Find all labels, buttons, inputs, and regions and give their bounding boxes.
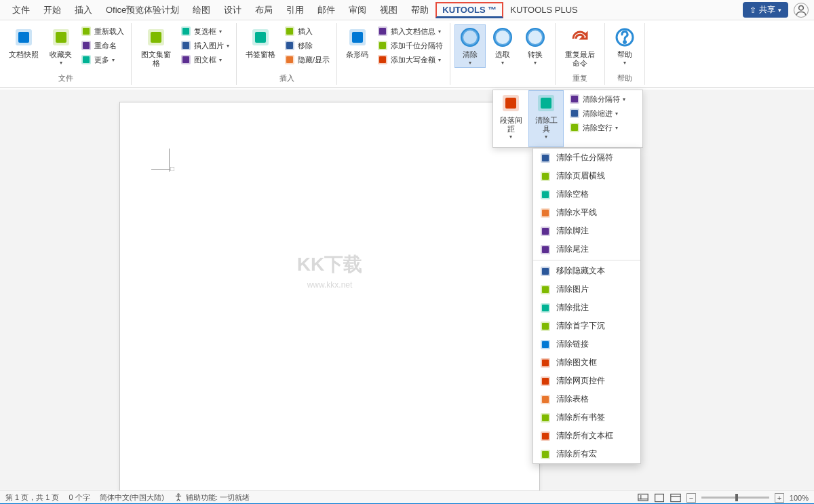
dropdown-item[interactable]: 清除页眉横线 (533, 167, 640, 185)
user-avatar[interactable] (794, 3, 809, 18)
menu-tab[interactable]: 文件 (5, 1, 37, 19)
ribbon-small-button[interactable]: 更多▾ (78, 53, 127, 66)
subpopup-small-label: 清除分隔符 (583, 94, 620, 104)
ribbon-group-title: 重复 (560, 73, 600, 83)
subpopup-small-button[interactable]: 清除分隔符▾ (566, 92, 640, 106)
帮助-icon (614, 26, 636, 48)
menu-tab[interactable]: 开始 (37, 1, 68, 19)
menu-tab[interactable]: KUTOOLS PLUS (503, 2, 584, 18)
复选框-icon (180, 26, 191, 37)
status-page[interactable]: 第 1 页，共 1 页 (5, 492, 59, 503)
ribbon-button[interactable]: 清除▾ (454, 24, 486, 68)
dropdown-item-label: 清除页眉横线 (556, 170, 605, 182)
menu-tab[interactable]: 设计 (217, 1, 248, 19)
dropdown-item[interactable]: 清除链接 (533, 335, 640, 353)
menu-tab[interactable]: 布局 (248, 1, 279, 19)
chevron-down-icon: ▾ (438, 28, 441, 35)
ribbon-button[interactable]: 转换▾ (520, 24, 551, 68)
menu-tab[interactable]: 绘图 (186, 1, 217, 19)
subpopup-big-label: 清除工具 (533, 116, 559, 133)
ribbon-button[interactable]: 帮助▾ (609, 24, 640, 68)
focus-mode-button[interactable] (638, 493, 648, 503)
zoom-level[interactable]: 100% (790, 494, 809, 502)
移除隐藏文本-icon (540, 266, 551, 277)
ribbon-small-button[interactable]: 插入图片▾ (178, 39, 232, 52)
ribbon-button[interactable]: 重复最后命令 (560, 24, 600, 69)
dropdown-item[interactable]: 清除水平线 (533, 203, 640, 222)
dropdown-item[interactable]: 清除图文框 (533, 353, 640, 372)
清除表格-icon (540, 394, 551, 405)
dropdown-item[interactable]: 清除所有文本框 (533, 427, 640, 445)
menu-tab[interactable]: 引用 (279, 1, 311, 19)
menu-tab[interactable]: KUTOOLS ™ (435, 2, 503, 18)
ribbon-button-label: 帮助 (617, 50, 632, 59)
dropdown-item[interactable]: 清除所有书签 (533, 408, 640, 427)
dropdown-item[interactable]: 清除脚注 (533, 222, 640, 240)
menu-tab[interactable]: 审阅 (342, 1, 373, 19)
ribbon-small-button[interactable]: 重新载入 (78, 24, 127, 38)
ribbon-small-button[interactable]: 插入 (282, 24, 332, 38)
menu-tab[interactable]: 邮件 (311, 1, 342, 19)
svg-rect-46 (541, 98, 551, 109)
ribbon-small-button[interactable]: 添加大写金额▾ (374, 53, 446, 66)
menu-items: 文件开始插入Ofice预览体验计划绘图设计布局引用邮件审阅视图帮助KUTOOLS… (5, 1, 585, 19)
svg-rect-48 (571, 96, 578, 102)
ribbon-small-button[interactable]: 添加千位分隔符 (374, 39, 446, 52)
document-page[interactable]: □ KK下载 www.kkx.net (119, 102, 540, 495)
subpopup-small-button[interactable]: 清除空行▾ (566, 121, 640, 134)
menu-tab[interactable]: 视图 (373, 1, 404, 19)
status-accessibility[interactable]: 辅助功能: 一切就绪 (174, 492, 250, 503)
条形码-icon (347, 26, 368, 48)
chevron-down-icon: ▾ (509, 134, 512, 140)
ribbon-button[interactable]: 文档快照 (4, 24, 43, 61)
dropdown-item[interactable]: 移除隐藏文本 (533, 262, 640, 280)
ribbon-small-button[interactable]: 移除 (282, 39, 332, 52)
dropdown-item[interactable]: 清除网页控件 (533, 372, 640, 390)
menu-tab[interactable]: 帮助 (404, 1, 435, 19)
ribbon-small-button[interactable]: 复选框▾ (178, 24, 232, 38)
图文集窗格-icon (145, 26, 167, 48)
svg-rect-90 (671, 494, 680, 501)
print-layout-button[interactable] (654, 493, 665, 503)
svg-rect-52 (571, 124, 578, 131)
zoom-out-button[interactable]: − (686, 493, 696, 503)
menu-tab[interactable]: 插入 (68, 1, 99, 19)
status-language[interactable]: 简体中文(中国大陆) (100, 492, 164, 503)
svg-rect-82 (542, 414, 549, 421)
重新载入-icon (81, 26, 92, 37)
dropdown-item[interactable]: 清除表格 (533, 390, 640, 408)
status-wordcount[interactable]: 0 个字 (69, 492, 90, 503)
dropdown-item[interactable]: 清除千位分隔符 (533, 149, 640, 167)
dropdown-item[interactable]: 清除空格 (533, 185, 640, 203)
share-button[interactable]: ⇧ 共享 ▾ (743, 2, 788, 18)
subpopup-big-button[interactable]: 段落间距▾ (493, 90, 528, 147)
status-accessibility-label: 辅助功能: 一切就绪 (186, 492, 250, 503)
ribbon-button[interactable]: 选取▾ (487, 24, 518, 68)
dropdown-item[interactable]: 清除批注 (533, 298, 640, 317)
ribbon-button[interactable]: 书签窗格 (241, 24, 280, 61)
dropdown-item[interactable]: 清除图片 (533, 280, 640, 298)
chevron-down-icon: ▾ (623, 96, 625, 102)
ribbon-small-button[interactable]: 图文框▾ (178, 53, 232, 66)
ribbon-button[interactable]: 条形码 (341, 24, 373, 61)
ribbon-small-button[interactable]: 隐藏/显示 (282, 53, 332, 66)
dropdown-item[interactable]: 清除尾注 (533, 240, 640, 258)
svg-rect-76 (542, 360, 549, 366)
ribbon-button[interactable]: 图文集窗格 (136, 24, 176, 69)
dropdown-item[interactable]: 清除首字下沉 (533, 317, 640, 335)
清除图片-icon (540, 284, 551, 295)
menu-tab[interactable]: Ofice预览体验计划 (99, 1, 186, 19)
清除首字下沉-icon (540, 321, 551, 332)
zoom-in-button[interactable]: + (775, 493, 784, 503)
ribbon-button[interactable]: 收藏夹▾ (45, 24, 77, 68)
svg-rect-60 (542, 210, 549, 216)
zoom-slider[interactable] (701, 497, 769, 499)
ribbon-small-button[interactable]: 重命名 (78, 39, 127, 52)
subpopup-big-button[interactable]: 清除工具▾ (528, 90, 564, 147)
清除尾注-icon (540, 244, 551, 255)
清除所有文本框-icon (540, 431, 551, 442)
subpopup-small-button[interactable]: 清除缩进▾ (566, 106, 640, 120)
dropdown-item[interactable]: 清除所有宏 (533, 445, 640, 463)
web-layout-button[interactable] (670, 493, 681, 503)
ribbon-small-button[interactable]: 插入文档信息▾ (374, 24, 446, 38)
